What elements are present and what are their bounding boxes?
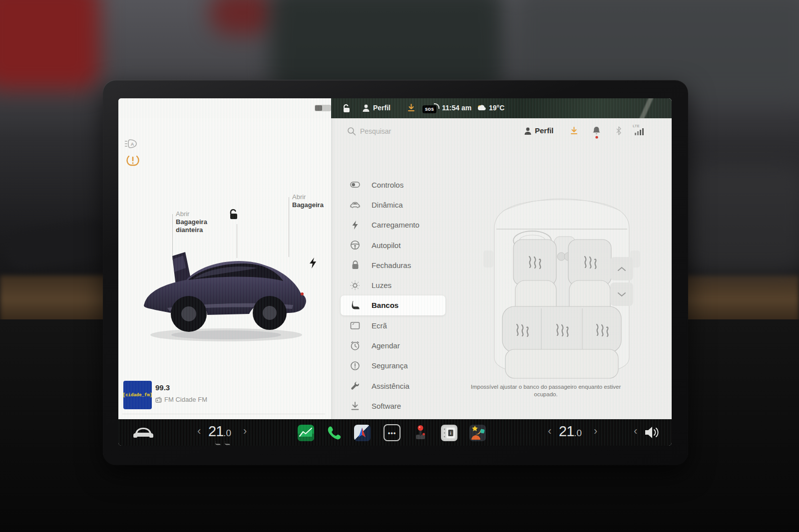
energy-app-icon[interactable]	[297, 424, 315, 442]
settings-menu: ControlosDinâmicaCarregamentoAutopilotFe…	[341, 175, 445, 436]
bolt-icon	[350, 220, 360, 230]
menu-item-luzes[interactable]: Luzes	[341, 275, 445, 295]
statusbar-profile-label[interactable]: Perfil	[373, 104, 391, 112]
driver-temp-down-chevron[interactable]: ‹	[197, 426, 201, 436]
menu-item-ecra[interactable]: Ecrã	[341, 315, 445, 335]
volume-down-chevron[interactable]: ‹	[634, 426, 637, 436]
phone-app-icon[interactable]	[325, 424, 343, 442]
media-divider	[122, 414, 325, 414]
menu-item-agendar[interactable]: Agendar	[341, 335, 445, 355]
bluetooth-icon[interactable]	[616, 126, 622, 137]
lock-icon	[350, 260, 360, 270]
clock-icon	[350, 341, 360, 351]
menu-item-label: Carregamento	[372, 221, 419, 229]
settings-profile-button[interactable]: Perfil	[535, 126, 554, 135]
toybox-app-icon[interactable]	[468, 424, 486, 442]
weather-cloud-icon	[477, 104, 486, 113]
light-icon	[350, 280, 360, 290]
update-download-icon[interactable]	[570, 126, 578, 137]
search-input[interactable]: Pesquisar	[360, 127, 391, 135]
passenger-temp-up-chevron[interactable]: ›	[594, 426, 597, 436]
svg-text:i: i	[450, 431, 451, 436]
notification-bell-icon[interactable]	[592, 126, 601, 137]
media-station-label: 99.3	[155, 383, 170, 392]
headlight-auto-icon: A	[124, 138, 138, 151]
driver-temp-up-chevron[interactable]: ›	[243, 426, 247, 436]
background-red-block	[210, 0, 275, 35]
wrench-icon	[350, 381, 360, 391]
tesla-touchscreen: 137 km Perfil sos 11:54 am 19°C A	[118, 98, 672, 446]
radio-icon	[155, 397, 162, 403]
statusbar-left: 137 km	[118, 98, 331, 118]
profile-icon	[362, 104, 370, 114]
menu-item-label: Assistência	[372, 382, 409, 390]
scroll-up-button[interactable]	[610, 257, 633, 280]
unlock-icon[interactable]	[342, 103, 351, 115]
tpms-warning-icon	[126, 154, 139, 168]
chevron-down-icon	[617, 292, 626, 297]
menu-item-carregamento[interactable]: Carregamento	[341, 215, 445, 235]
car-rendering[interactable]	[137, 242, 313, 344]
outside-temperature-label: 19°C	[489, 104, 504, 112]
menu-item-controlos[interactable]: Controlos	[341, 175, 445, 195]
arcade-app-icon[interactable]	[411, 424, 429, 442]
media-album-art[interactable]: [cidade_fm]	[123, 381, 152, 409]
steering-wheel-icon	[350, 240, 360, 250]
seat-heater-indicator-icon	[215, 440, 221, 445]
passenger-temp-control[interactable]: 21.0	[559, 423, 582, 440]
navigation-app-icon[interactable]	[353, 424, 371, 442]
menu-item-bancos[interactable]: Bancos	[341, 295, 445, 315]
open-front-trunk-button[interactable]: Abrir Bagageira dianteira	[176, 210, 207, 234]
driver-seat-heater[interactable]	[513, 240, 556, 317]
menu-item-label: Controlos	[372, 181, 403, 189]
passenger-temp-down-chevron[interactable]: ‹	[548, 426, 551, 436]
statusbar-map-strip: Perfil sos 11:54 am 19°C	[331, 98, 672, 118]
battery-icon	[315, 105, 331, 111]
menu-item-fechaduras[interactable]: Fechaduras	[341, 255, 445, 275]
clock-label: 11:54 am	[442, 104, 471, 112]
lte-signal-icon[interactable]	[635, 128, 645, 137]
media-art-text: [cidade_fm]	[123, 393, 152, 398]
menu-item-label: Ecrã	[372, 321, 387, 330]
toggle-icon	[350, 180, 360, 190]
menu-item-label: Fechaduras	[372, 261, 411, 269]
volume-icon[interactable]	[644, 426, 661, 441]
menu-item-dinamica[interactable]: Dinâmica	[341, 195, 445, 215]
rear-seat-heaters[interactable]	[502, 306, 621, 378]
car-unlock-icon[interactable]	[227, 209, 240, 223]
menu-item-label: Dinâmica	[372, 201, 403, 209]
menu-item-software[interactable]: Software	[341, 396, 445, 416]
settings-panel: Pesquisar Perfil LTE ControlosDinâmicaCa…	[331, 118, 672, 419]
seat-heater-indicators	[215, 440, 231, 445]
car-controls-button[interactable]	[132, 425, 154, 442]
software-update-icon[interactable]	[407, 103, 415, 114]
driver-temp-control[interactable]: 21.0	[208, 423, 231, 440]
search-icon	[347, 127, 356, 138]
menu-item-label: Segurança	[372, 361, 408, 370]
menu-item-label: Autopilot	[372, 241, 400, 250]
lte-label: LTE	[633, 124, 640, 128]
menu-item-assistencia[interactable]: Assistência	[341, 376, 445, 396]
menu-item-seguranca[interactable]: Segurança	[341, 356, 445, 376]
seat-icon	[350, 300, 360, 310]
sos-badge[interactable]: sos	[422, 105, 436, 113]
menu-item-label: Software	[372, 402, 401, 410]
manual-app-icon[interactable]: i	[440, 424, 458, 442]
profile-icon-small	[524, 127, 532, 137]
background-pillar	[679, 165, 799, 274]
media-source-row: FM Cidade FM	[155, 396, 207, 403]
scroll-down-button[interactable]	[610, 282, 633, 306]
seat-heater-indicator-icon	[224, 440, 231, 445]
alert-icon	[350, 361, 360, 371]
download-icon	[350, 401, 360, 411]
display-icon	[350, 320, 360, 330]
menu-item-autopilot[interactable]: Autopilot	[341, 235, 445, 255]
open-rear-trunk-button[interactable]: Abrir Bagageira	[292, 193, 324, 209]
menu-item-label: Agendar	[372, 341, 400, 350]
more-apps-button[interactable]: •••	[383, 424, 401, 442]
vehicle-panel: A Abrir Bagageira dianteira Abrir Bagage…	[118, 118, 331, 419]
passenger-seat-heater[interactable]	[568, 240, 611, 317]
cabin-seat-diagram	[479, 181, 644, 380]
car-icon	[350, 200, 360, 210]
chevron-up-icon	[617, 266, 626, 271]
